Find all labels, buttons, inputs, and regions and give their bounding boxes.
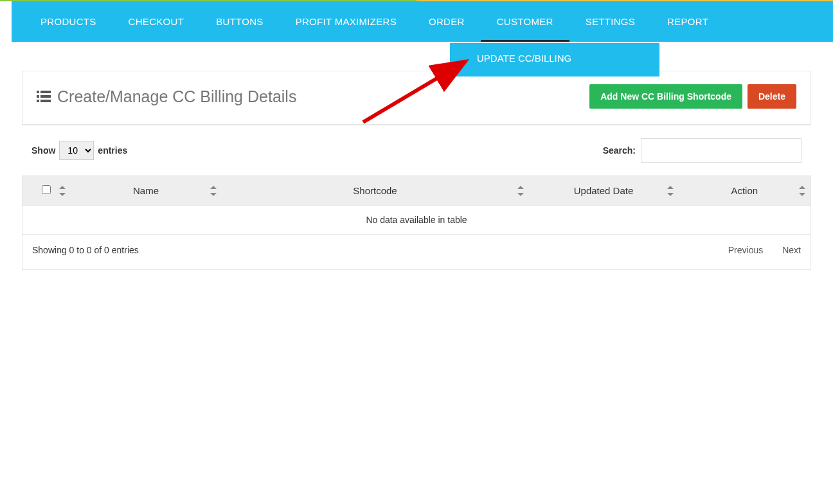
- search-input[interactable]: [641, 138, 802, 163]
- show-label: Show: [31, 145, 55, 156]
- delete-button[interactable]: Delete: [748, 84, 796, 109]
- empty-table-message: No data available in table: [22, 206, 811, 235]
- svg-rect-7: [40, 100, 51, 102]
- svg-rect-4: [37, 95, 39, 98]
- table-controls: Show 10 entries Search:: [22, 125, 811, 169]
- column-header-action[interactable]: Action: [679, 176, 811, 206]
- showing-entries-text: Showing 0 to 0 of 0 entries: [32, 245, 139, 255]
- search-label: Search:: [603, 145, 636, 156]
- column-header-name[interactable]: Name: [71, 176, 222, 206]
- nav-item-products[interactable]: PRODUCTS: [24, 1, 112, 42]
- nav-item-checkout[interactable]: CHECKOUT: [112, 1, 201, 42]
- svg-rect-5: [40, 95, 51, 98]
- panel-header: Create/Manage CC Billing Details Add New…: [22, 71, 811, 125]
- page-title: Create/Manage CC Billing Details: [57, 87, 296, 106]
- column-action-label: Action: [731, 185, 758, 196]
- sort-caret-icon: [799, 186, 805, 196]
- next-button[interactable]: Next: [782, 245, 801, 255]
- nav-item-order[interactable]: ORDER: [413, 1, 481, 42]
- column-header-checkbox[interactable]: [22, 176, 71, 206]
- column-header-shortcode[interactable]: Shortcode: [222, 176, 529, 206]
- list-icon: [37, 91, 51, 102]
- sort-caret-icon: [210, 186, 217, 196]
- previous-button[interactable]: Previous: [728, 245, 763, 255]
- nav-item-buttons[interactable]: BUTTONS: [200, 1, 280, 42]
- entries-select[interactable]: 10: [59, 141, 94, 160]
- add-new-cc-billing-shortcode-button[interactable]: Add New CC Billing Shortcode: [589, 84, 742, 109]
- column-name-label: Name: [133, 185, 159, 196]
- show-entries: Show 10 entries: [31, 141, 127, 160]
- sort-caret-icon: [517, 186, 524, 196]
- column-shortcode-label: Shortcode: [353, 185, 397, 196]
- nav-item-customer[interactable]: CUSTOMER: [481, 1, 569, 42]
- select-all-checkbox[interactable]: [42, 185, 51, 194]
- pagination: Previous Next: [728, 245, 801, 255]
- sort-caret-icon: [667, 186, 674, 196]
- nav-item-report[interactable]: REPORT: [651, 1, 724, 42]
- content-panel: Create/Manage CC Billing Details Add New…: [22, 71, 811, 125]
- svg-rect-6: [37, 100, 39, 102]
- sort-caret-icon: [59, 186, 66, 196]
- submenu-update-cc-billing[interactable]: UPDATE CC/BILLING: [450, 53, 659, 64]
- table-footer: Showing 0 to 0 of 0 entries Previous Nex…: [22, 235, 811, 270]
- svg-rect-2: [37, 91, 39, 93]
- search-group: Search:: [603, 138, 802, 163]
- customer-submenu: UPDATE CC/BILLING: [450, 43, 659, 76]
- entries-label: entries: [98, 145, 127, 156]
- main-nav: PRODUCTS CHECKOUT BUTTONS PROFIT MAXIMIZ…: [12, 1, 833, 42]
- panel-actions: Add New CC Billing Shortcode Delete: [589, 84, 796, 109]
- nav-item-profit-maximizers[interactable]: PROFIT MAXIMIZERS: [280, 1, 413, 42]
- column-header-updated-date[interactable]: Updated Date: [529, 176, 679, 206]
- table-empty-row: No data available in table: [22, 206, 811, 235]
- nav-item-settings[interactable]: SETTINGS: [569, 1, 651, 42]
- billing-table: Name Shortcode Updated Date Action No da…: [22, 176, 811, 235]
- panel-title-group: Create/Manage CC Billing Details: [37, 87, 296, 106]
- svg-rect-3: [40, 91, 51, 93]
- column-updated-date-label: Updated Date: [574, 185, 634, 196]
